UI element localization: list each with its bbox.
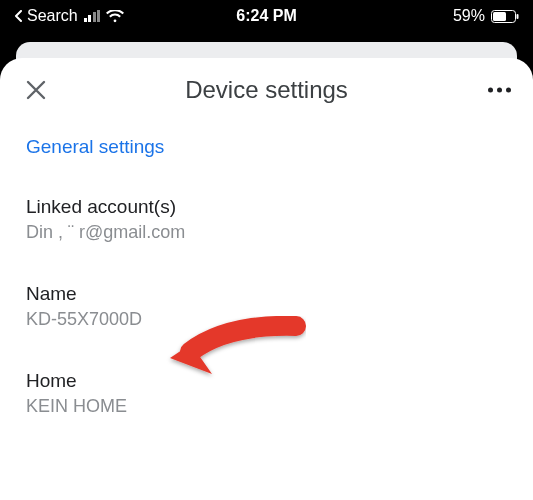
device-name-field[interactable]: Name KD-55X7000D (26, 283, 507, 330)
battery-percent: 59% (453, 7, 485, 25)
settings-sheet: Device settings General settings Linked … (0, 58, 533, 500)
device-name-value: KD-55X7000D (26, 309, 507, 330)
close-button[interactable] (22, 76, 50, 104)
sheet-header: Device settings (0, 58, 533, 122)
status-right: 59% (453, 7, 519, 25)
home-field[interactable]: Home KEIN HOME (26, 370, 507, 417)
back-app-label[interactable]: Search (27, 7, 78, 25)
page-title: Device settings (185, 76, 348, 104)
close-icon (25, 79, 47, 101)
more-menu-button[interactable] (488, 88, 511, 93)
cellular-signal-icon (84, 10, 101, 22)
svg-rect-2 (517, 14, 519, 19)
settings-content: General settings Linked account(s) Din ,… (0, 122, 533, 417)
back-chevron-icon[interactable] (14, 10, 24, 22)
wifi-icon (106, 10, 124, 23)
ios-status-bar: Search 6:24 PM 59% (0, 0, 533, 32)
status-left: Search (14, 7, 124, 25)
linked-accounts-value: Din , ¨ r@gmail.com (26, 222, 507, 243)
more-dots-icon (488, 88, 493, 93)
general-settings-link[interactable]: General settings (26, 136, 507, 158)
linked-accounts-field[interactable]: Linked account(s) Din , ¨ r@gmail.com (26, 196, 507, 243)
home-label: Home (26, 370, 507, 392)
device-name-label: Name (26, 283, 507, 305)
linked-accounts-label: Linked account(s) (26, 196, 507, 218)
svg-rect-1 (493, 12, 506, 21)
battery-icon (491, 10, 519, 23)
home-value: KEIN HOME (26, 396, 507, 417)
phone-frame: Search 6:24 PM 59% Device settings (0, 0, 533, 500)
